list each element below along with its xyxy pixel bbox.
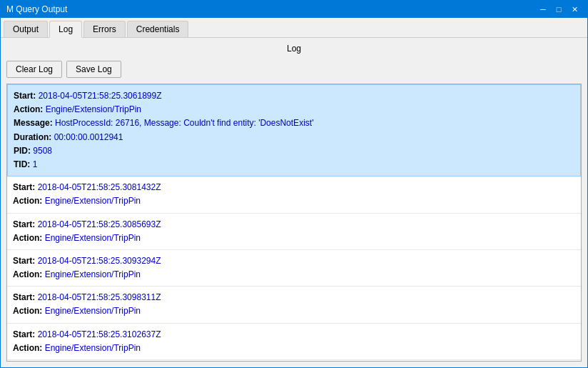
- tab-log[interactable]: Log: [49, 21, 82, 38]
- log-field-value: Engine/Extension/TripPin: [45, 343, 141, 353]
- log-field: Start: 2018-04-05T21:58:25.3081432Z: [13, 181, 575, 194]
- log-field-value: Engine/Extension/TripPin: [46, 104, 141, 114]
- tab-errors[interactable]: Errors: [83, 21, 126, 37]
- log-field-value: 2018-04-05T21:58:25.3093294Z: [38, 256, 161, 266]
- tab-bar: Output Log Errors Credentials: [1, 18, 587, 38]
- log-field: Message: HostProcessId: 26716, Message: …: [14, 116, 574, 130]
- log-entry[interactable]: Start: 2018-04-05T21:58:25.3098311ZActio…: [7, 287, 581, 323]
- log-field-value: Engine/Extension/TripPin: [45, 233, 141, 243]
- save-log-button[interactable]: Save Log: [66, 61, 121, 78]
- log-field-value: 2018-04-05T21:58:25.3098311Z: [38, 292, 161, 302]
- log-field: Action: Engine/Extension/TripPin: [13, 342, 575, 355]
- main-window: M Query Output ─ □ ✕ Output Log Errors C…: [0, 0, 588, 368]
- clear-log-button[interactable]: Clear Log: [6, 61, 62, 78]
- log-field-label: Action:: [13, 269, 45, 279]
- log-field-label: Action:: [13, 306, 45, 316]
- window-controls: ─ □ ✕: [536, 4, 582, 15]
- log-field-value: 1: [33, 159, 38, 169]
- log-field-label: Start:: [13, 292, 38, 302]
- title-bar: M Query Output ─ □ ✕: [1, 1, 587, 18]
- log-field-value: 2018-04-05T21:58:25.3061899Z: [39, 91, 162, 101]
- log-field-value: Engine/Extension/TripPin: [45, 306, 141, 316]
- log-field-label: Start:: [13, 219, 38, 229]
- log-field-value: 2018-04-05T21:58:25.3102637Z: [38, 329, 161, 339]
- tab-credentials[interactable]: Credentials: [127, 21, 189, 37]
- window-title: M Query Output: [6, 4, 67, 14]
- log-field: Action: Engine/Extension/TripPin: [13, 268, 575, 282]
- log-field-label: Duration:: [14, 132, 54, 142]
- log-entry[interactable]: Start: 2018-04-05T21:58:25.3081432ZActio…: [7, 176, 581, 213]
- log-field-value: 9508: [33, 146, 52, 156]
- log-field: Duration: 00:00:00.0012941: [14, 131, 574, 144]
- log-field-label: Action:: [13, 196, 45, 206]
- log-section-title: Log: [1, 38, 587, 58]
- content-area: Log Clear Log Save Log Start: 2018-04-05…: [1, 38, 587, 367]
- log-field: PID: 9508: [14, 144, 574, 158]
- log-field-label: PID:: [14, 146, 33, 156]
- log-field: Action: Engine/Extension/TripPin: [13, 304, 575, 318]
- log-field-label: TID:: [14, 159, 33, 169]
- log-field-label: Start:: [13, 256, 38, 266]
- log-entry[interactable]: Start: 2018-04-05T21:58:25.3102637ZActio…: [7, 324, 581, 360]
- log-field-value: 00:00:00.0012941: [54, 132, 123, 142]
- tab-output[interactable]: Output: [4, 21, 48, 37]
- log-entry[interactable]: Start: 2018-04-05T21:58:25.3109267Z: [7, 360, 581, 362]
- log-field: TID: 1: [14, 158, 574, 171]
- log-field-value: 2018-04-05T21:58:25.3081432Z: [38, 182, 161, 192]
- log-field: Action: Engine/Extension/TripPin: [13, 232, 575, 245]
- log-field-value: 2018-04-05T21:58:25.3085693Z: [38, 219, 161, 229]
- log-field-value: Engine/Extension/TripPin: [45, 269, 141, 279]
- log-container[interactable]: Start: 2018-04-05T21:58:25.3061899ZActio…: [6, 84, 582, 362]
- log-field-label: Message:: [14, 118, 55, 128]
- log-entry[interactable]: Start: 2018-04-05T21:58:25.3093294ZActio…: [7, 250, 581, 287]
- log-field: Start: 2018-04-05T21:58:25.3085693Z: [13, 218, 575, 232]
- close-button[interactable]: ✕: [567, 4, 582, 15]
- log-field-label: Start:: [13, 182, 38, 192]
- log-toolbar: Clear Log Save Log: [1, 58, 587, 84]
- maximize-button[interactable]: □: [552, 4, 566, 15]
- log-field: Action: Engine/Extension/TripPin: [14, 103, 574, 116]
- log-field-value: Engine/Extension/TripPin: [45, 196, 141, 206]
- log-field-label: Start:: [14, 91, 39, 101]
- log-field: Start: 2018-04-05T21:58:25.3061899Z: [14, 89, 574, 103]
- log-field-value: HostProcessId: 26716, Message: Couldn't …: [55, 118, 313, 128]
- minimize-button[interactable]: ─: [536, 4, 550, 15]
- log-field-label: Action:: [14, 104, 46, 114]
- log-entry[interactable]: Start: 2018-04-05T21:58:25.3061899ZActio…: [7, 84, 581, 176]
- log-field-label: Action:: [13, 233, 45, 243]
- log-field: Start: 2018-04-05T21:58:25.3093294Z: [13, 254, 575, 268]
- log-field-label: Start:: [13, 329, 38, 339]
- log-field: Start: 2018-04-05T21:58:25.3102637Z: [13, 328, 575, 342]
- log-field: Start: 2018-04-05T21:58:25.3098311Z: [13, 291, 575, 304]
- log-field: Action: Engine/Extension/TripPin: [13, 194, 575, 208]
- log-field-label: Action:: [13, 343, 45, 353]
- log-entry[interactable]: Start: 2018-04-05T21:58:25.3085693ZActio…: [7, 214, 581, 250]
